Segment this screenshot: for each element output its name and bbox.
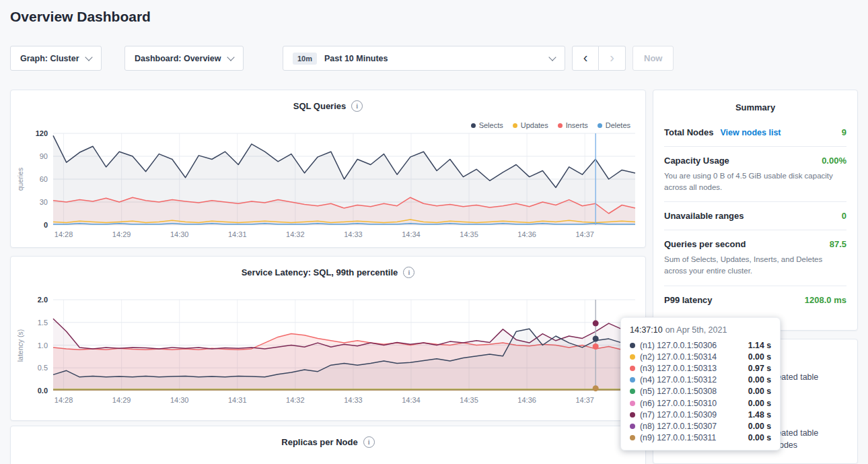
svg-text:14:29: 14:29 xyxy=(112,396,131,404)
summary-label: Capacity Usage xyxy=(664,156,729,166)
sql-queries-chart[interactable]: 14:2814:2914:3014:3114:3214:3314:3414:35… xyxy=(14,128,643,244)
svg-text:60: 60 xyxy=(40,175,48,183)
dashboard-selector-dropdown[interactable]: Dashboard: Overview xyxy=(124,46,244,71)
summary-title: Summary xyxy=(664,90,846,119)
tooltip-header: 14:37:10on Apr 5th, 2021 xyxy=(630,325,771,335)
node-color-dot-icon xyxy=(630,366,635,371)
tooltip-node-address: (n6) 127.0.0.1:50310 xyxy=(640,399,717,408)
tooltip-node-row: (n1) 127.0.0.1:503061.14 s xyxy=(630,339,771,351)
tooltip-node-value: 0.00 s xyxy=(748,433,771,442)
svg-text:14:34: 14:34 xyxy=(402,230,421,238)
tooltip-node-address: (n2) 127.0.0.1:50314 xyxy=(640,352,717,362)
info-icon[interactable] xyxy=(363,436,375,448)
sql-queries-title-row: SQL Queries xyxy=(11,100,645,112)
service-latency-chart[interactable]: 14:2814:2914:3014:3114:3214:3314:3414:35… xyxy=(14,294,643,409)
svg-text:0: 0 xyxy=(44,221,48,229)
tooltip-node-row: (n7) 127.0.0.1:503091.48 s xyxy=(630,409,771,420)
replicas-per-node-card: Replicas per Node xyxy=(10,426,646,464)
tooltip-node-value: 0.97 s xyxy=(748,364,771,373)
svg-text:14:28: 14:28 xyxy=(55,230,73,238)
replicas-title-row: Replicas per Node xyxy=(11,436,645,448)
tooltip-node-address: (n3) 127.0.0.1:50313 xyxy=(640,364,717,373)
summary-row: Total NodesView nodes list9 xyxy=(664,119,846,146)
tooltip-node-value: 0.00 s xyxy=(748,375,771,385)
page-title: Overview Dashboard xyxy=(10,9,151,25)
svg-text:14:34: 14:34 xyxy=(402,396,421,404)
legend-dot-icon xyxy=(558,123,563,128)
sql-queries-title: SQL Queries xyxy=(293,101,347,111)
tooltip-node-row: (n4) 127.0.0.1:503120.00 s xyxy=(630,374,771,386)
svg-text:14:31: 14:31 xyxy=(228,396,247,404)
svg-text:0.5: 0.5 xyxy=(38,364,48,372)
summary-row: P99 latency1208.0 ms xyxy=(664,286,846,314)
tooltip-node-row: (n3) 127.0.0.1:503130.97 s xyxy=(630,362,771,374)
tooltip-rows: (n1) 127.0.0.1:503061.14 s(n2) 127.0.0.1… xyxy=(630,339,771,444)
time-nav-group: ‹ › xyxy=(572,46,626,71)
summary-label: Queries per second xyxy=(664,239,746,249)
now-button[interactable]: Now xyxy=(632,46,674,71)
chevron-down-icon xyxy=(85,53,92,61)
graph-selector-dropdown[interactable]: Graph: Cluster xyxy=(10,46,102,71)
svg-text:14:36: 14:36 xyxy=(517,396,536,404)
svg-text:1.5: 1.5 xyxy=(38,319,48,327)
chevron-down-icon xyxy=(227,53,234,61)
time-next-button[interactable]: › xyxy=(599,46,626,71)
tooltip-node-row: (n6) 127.0.0.1:503100.00 s xyxy=(630,397,771,409)
node-color-dot-icon xyxy=(630,412,635,418)
tooltip-node-value: 0.00 s xyxy=(748,387,771,396)
chart-hover-tooltip: 14:37:10on Apr 5th, 2021 (n1) 127.0.0.1:… xyxy=(620,317,781,451)
svg-text:2.0: 2.0 xyxy=(38,296,48,304)
legend-dot-icon xyxy=(513,123,517,128)
view-nodes-list-link[interactable]: View nodes list xyxy=(720,128,781,137)
tooltip-node-row: (n2) 127.0.0.1:503140.00 s xyxy=(630,351,771,362)
summary-rows: Total NodesView nodes list9Capacity Usag… xyxy=(664,119,846,314)
summary-value: 0.00% xyxy=(822,156,846,166)
svg-text:14:32: 14:32 xyxy=(286,396,305,404)
overview-dashboard-page: Overview Dashboard Graph: Cluster Dashbo… xyxy=(0,0,868,464)
summary-subtext: Sum of Selects, Updates, Inserts, and De… xyxy=(664,254,846,276)
summary-value: 9 xyxy=(842,127,846,137)
svg-text:90: 90 xyxy=(40,152,48,160)
tooltip-node-address: (n4) 127.0.0.1:50312 xyxy=(640,375,717,385)
summary-value: 1208.0 ms xyxy=(805,295,846,305)
svg-text:14:30: 14:30 xyxy=(170,396,189,404)
summary-row: Capacity Usage0.00%You are using 0 B of … xyxy=(664,146,846,201)
tooltip-node-address: (n1) 127.0.0.1:50306 xyxy=(640,341,717,350)
svg-text:14:37: 14:37 xyxy=(575,230,594,238)
time-range-label: Past 10 Minutes xyxy=(324,54,388,63)
service-latency-title-row: Service Latency: SQL, 99th percentile xyxy=(11,267,645,278)
summary-label: Total Nodes xyxy=(664,127,713,137)
svg-text:0.0: 0.0 xyxy=(38,387,48,395)
summary-row: Unavailable ranges0 xyxy=(664,201,846,230)
tooltip-node-value: 0.00 s xyxy=(748,422,771,431)
node-color-dot-icon xyxy=(630,354,635,360)
node-color-dot-icon xyxy=(630,424,635,429)
graph-selector-label: Graph: Cluster xyxy=(20,54,79,63)
chevron-down-icon xyxy=(548,53,556,61)
tooltip-node-address: (n5) 127.0.0.1:50308 xyxy=(640,387,717,396)
summary-panel: Summary Total NodesView nodes list9Capac… xyxy=(653,90,858,331)
summary-label: P99 latency xyxy=(664,295,713,305)
tooltip-date: on Apr 5th, 2021 xyxy=(665,325,727,335)
svg-text:14:32: 14:32 xyxy=(286,230,305,238)
tooltip-node-row: (n5) 127.0.0.1:503080.00 s xyxy=(630,386,771,397)
replicas-title: Replicas per Node xyxy=(281,437,357,447)
svg-text:120: 120 xyxy=(36,129,48,137)
tooltip-node-row: (n9) 127.0.0.1:503110.00 s xyxy=(630,432,771,444)
node-color-dot-icon xyxy=(630,435,635,440)
summary-value: 87.5 xyxy=(830,239,846,249)
svg-text:14:35: 14:35 xyxy=(460,230,478,238)
tooltip-node-value: 1.48 s xyxy=(748,410,771,420)
svg-text:14:29: 14:29 xyxy=(112,230,131,238)
time-range-dropdown[interactable]: 10m Past 10 Minutes xyxy=(283,46,565,71)
svg-text:14:28: 14:28 xyxy=(55,396,73,404)
sql-queries-card: SQL Queries SelectsUpdatesInsertsDeletes… xyxy=(10,90,646,248)
time-prev-button[interactable]: ‹ xyxy=(572,46,599,71)
info-icon[interactable] xyxy=(351,100,363,112)
node-color-dot-icon xyxy=(630,343,635,348)
svg-text:14:35: 14:35 xyxy=(460,396,478,404)
info-icon[interactable] xyxy=(403,267,414,278)
summary-value: 0 xyxy=(842,211,846,221)
svg-text:14:33: 14:33 xyxy=(344,230,363,238)
service-latency-title: Service Latency: SQL, 99th percentile xyxy=(242,267,398,277)
